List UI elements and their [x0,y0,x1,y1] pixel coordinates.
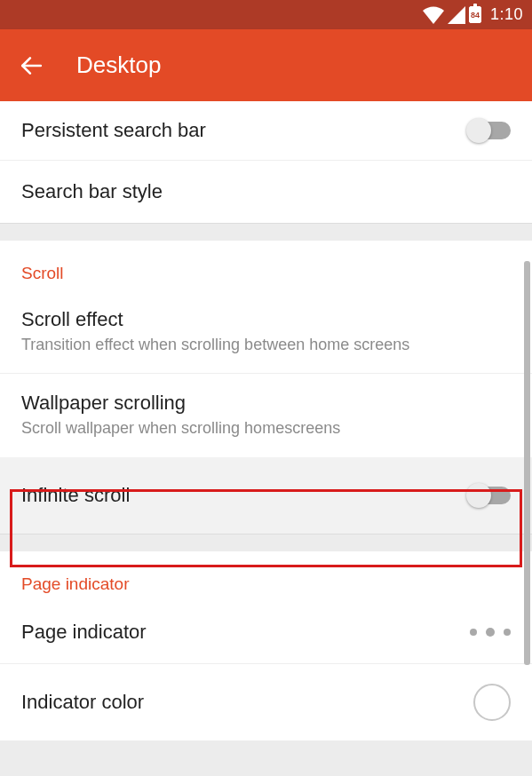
settings-list: Persistent search bar Search bar style S… [0,101,532,740]
section-divider [0,534,532,551]
section-header-scroll: Scroll [0,241,532,290]
toggle-infinite-scroll[interactable] [470,487,511,504]
section-divider [0,223,532,241]
battery-icon: 84 [469,6,481,23]
wifi-icon [423,6,444,24]
row-search-bar-style[interactable]: Search bar style [0,161,532,223]
row-infinite-scroll[interactable]: Infinite scroll [0,457,532,534]
row-label: Scroll effect [21,308,409,331]
status-bar: 84 1:10 [0,0,532,29]
row-label: Indicator color [21,691,144,714]
row-scroll-effect[interactable]: Scroll effect Transition effect when scr… [0,290,532,374]
page-title: Desktop [76,51,161,79]
row-page-indicator[interactable]: Page indicator [0,601,532,664]
row-label: Wallpaper scrolling [21,392,340,415]
clock: 1:10 [490,5,523,24]
row-label: Page indicator [21,621,147,644]
row-wallpaper-scrolling[interactable]: Wallpaper scrolling Scroll wallpaper whe… [0,374,532,456]
page-indicator-preview-icon [470,628,511,637]
row-label: Infinite scroll [21,484,130,507]
section-title: Scroll [21,264,64,282]
row-label: Search bar style [21,180,163,203]
section-title: Page indicator [21,574,129,593]
row-sublabel: Transition effect when scrolling between… [21,335,409,355]
signal-icon [448,6,465,24]
row-sublabel: Scroll wallpaper when scrolling homescre… [21,418,340,439]
row-label: Persistent search bar [21,119,206,142]
battery-level: 84 [471,11,480,20]
back-icon[interactable] [20,54,43,77]
row-persistent-search[interactable]: Persistent search bar [0,101,532,161]
color-swatch-icon [473,684,511,721]
scrollbar[interactable] [524,261,530,665]
toggle-persistent-search[interactable] [470,122,511,139]
section-header-page-indicator: Page indicator [0,551,532,601]
app-bar: Desktop [0,29,532,101]
row-indicator-color[interactable]: Indicator color [0,664,532,740]
